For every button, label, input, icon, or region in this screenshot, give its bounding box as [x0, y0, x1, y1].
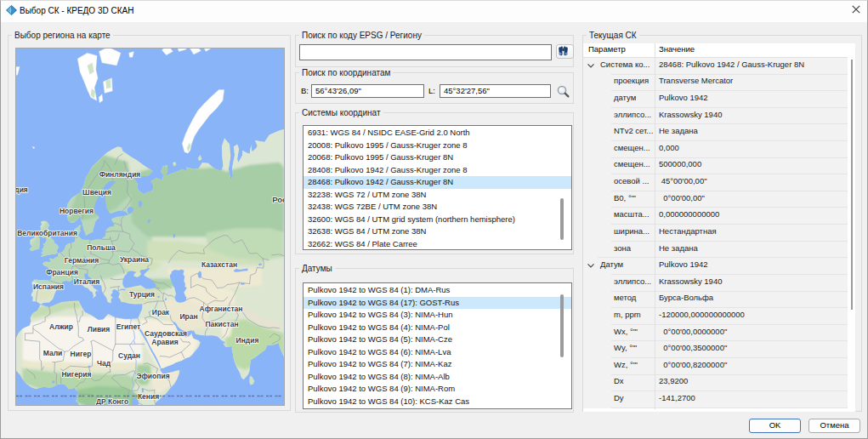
param-column-header[interactable]: Параметр: [588, 44, 626, 54]
table-row[interactable]: m, ppm-120000,000000000000: [583, 308, 855, 325]
map-country-label: Нигер: [71, 350, 92, 358]
table-row[interactable]: эллипсо...Krassowsky 1940: [583, 108, 855, 125]
table-row[interactable]: эллипсо...Krassowsky 1940: [583, 275, 855, 292]
map-country-label: Саудовская: [145, 329, 187, 338]
value-cell: Krassowsky 1940: [659, 277, 722, 286]
list-item[interactable]: Pulkovo 1942 to WGS 84 (10): KCS-Kaz Cas: [304, 396, 571, 408]
magnifier-icon[interactable]: [556, 84, 571, 100]
cancel-button[interactable]: Отмена: [808, 419, 860, 433]
list-item[interactable]: Pulkovo 1942 to WGS 84 (6): NIMA-Lva: [304, 346, 571, 359]
map-country-label: Египет: [116, 322, 140, 331]
map-country-label: Финляндия: [99, 170, 141, 179]
b-coordinate-input[interactable]: [311, 84, 424, 98]
ok-button[interactable]: OK: [749, 419, 801, 433]
table-row[interactable]: ширина...Нестандартная: [583, 225, 855, 242]
table-row[interactable]: проекцияTransverse Mercator: [583, 75, 855, 92]
list-item[interactable]: 6931: WGS 84 / NSIDC EASE-Grid 2.0 North: [304, 127, 571, 140]
table-row[interactable]: Dx23,9200: [583, 375, 855, 392]
param-cell: m, ppm: [614, 310, 641, 319]
list-item[interactable]: 32438: WGS 72BE / UTM zone 38N: [304, 201, 571, 214]
list-item[interactable]: 28408: Pulkovo 1942 / Gauss-Kruger zone …: [304, 164, 571, 177]
param-cell: Dx: [614, 376, 624, 385]
list-item[interactable]: 32238: WGS 72 / UTM zone 38N: [304, 189, 571, 202]
table-row[interactable]: смещен...0,000: [583, 141, 855, 158]
list-item[interactable]: 20068: Pulkovo 1995 / Gauss-Kruger 8N: [304, 151, 571, 164]
param-cell: ширина...: [614, 226, 650, 236]
param-cell: эллипсо...: [614, 277, 651, 286]
value-cell: 0°00'00,00": [659, 193, 705, 202]
map-country-label: Франция: [46, 268, 78, 277]
parameters-table: Параметр Значение Система ко...28468: Pu…: [583, 43, 855, 412]
table-row[interactable]: B0, °'" 0°00'00,00": [583, 191, 855, 208]
table-rows: Система ко...28468: Pulkovo 1942 / Gauss…: [583, 58, 855, 408]
map-country-label: Чад: [97, 359, 111, 368]
param-cell: Wz, °'": [614, 360, 638, 369]
map-country-label: Россия: [272, 195, 284, 204]
epsg-search-input[interactable]: [299, 44, 552, 60]
epsg-search-button[interactable]: [556, 44, 574, 59]
param-cell: NTv2 сет...: [614, 126, 653, 135]
value-cell: Не задана: [659, 126, 698, 135]
close-button[interactable]: [851, 1, 868, 22]
cs-list-scrollbar[interactable]: [560, 198, 564, 240]
value-cell: 0°00'00,3500000": [659, 343, 727, 352]
coord-group-label: Поиск по координатам: [299, 68, 393, 77]
param-cell: проекция: [614, 76, 649, 85]
table-row[interactable]: Система ко...28468: Pulkovo 1942 / Gauss…: [583, 58, 855, 75]
value-column-header[interactable]: Значение: [659, 44, 695, 54]
table-header[interactable]: Параметр Значение: [583, 43, 855, 58]
datums-list-scrollbar[interactable]: [560, 294, 564, 357]
param-cell: метод: [614, 293, 636, 302]
value-cell: Krassowsky 1940: [659, 110, 722, 119]
table-row[interactable]: методБурса-Вольфа: [583, 292, 855, 309]
table-row[interactable]: ДатумPulkovo 1942: [583, 258, 855, 275]
map-frame[interactable]: ФинляндияШвецияНорвегияИсландияРоссияВел…: [15, 48, 285, 406]
list-item[interactable]: 32638: WGS 84 / UTM zone 38N: [304, 225, 571, 238]
table-row[interactable]: Dy-141,2700: [583, 391, 855, 408]
value-cell: 45°00'00,00": [659, 176, 707, 185]
chevron-down-icon[interactable]: [587, 263, 595, 269]
map-region-group: Выбор региона на карте ФинляндияШвецияНо…: [8, 35, 291, 411]
map-country-label: Афганистан: [200, 305, 243, 313]
list-item[interactable]: 32600: WGS 84 / UTM grid system (norther…: [304, 214, 571, 226]
map-country-label: Ливия: [88, 325, 111, 334]
value-cell: Pulkovo 1942: [659, 259, 708, 269]
column-separator: [655, 43, 655, 409]
table-row[interactable]: зонаНе задана: [583, 242, 855, 259]
value-cell: 28468: Pulkovo 1942 / Gauss-Kruger 8N: [659, 60, 804, 69]
table-row[interactable]: датумPulkovo 1942: [583, 91, 855, 108]
table-row[interactable]: смещен...500000,000: [583, 158, 855, 175]
table-scrollbar[interactable]: [851, 60, 853, 310]
value-cell: Бурса-Вольфа: [659, 293, 713, 302]
list-item[interactable]: Pulkovo 1942 to WGS 84 (4): NIMA-Pol: [304, 322, 571, 334]
list-item[interactable]: Pulkovo 1942 to WGS 84 (9): NIMA-Rom: [304, 383, 571, 396]
list-item[interactable]: Pulkovo 1942 to WGS 84 (17): GOST-Rus: [304, 297, 571, 310]
table-row[interactable]: осевой ... 45°00'00,00": [583, 174, 855, 191]
datums-list[interactable]: Pulkovo 1942 to WGS 84 (1): DMA-RusPulko…: [303, 282, 572, 409]
l-label: L:: [428, 86, 435, 95]
current-cs-group-label: Текущая СК: [587, 31, 639, 40]
list-item[interactable]: Pulkovo 1942 to WGS 84 (8): NIMA-Alb: [304, 371, 571, 384]
datums-group-label: Датумы: [299, 264, 335, 273]
chevron-down-icon[interactable]: [587, 63, 595, 69]
table-row[interactable]: Wx, °'" 0°00'00,0000000": [583, 325, 855, 342]
map-country-label: Испания: [33, 282, 64, 291]
list-item[interactable]: Pulkovo 1942 to WGS 84 (5): NIMA-Cze: [304, 334, 571, 346]
coordinate-systems-list[interactable]: 6931: WGS 84 / NSIDC EASE-Grid 2.0 North…: [303, 125, 572, 250]
list-item[interactable]: 28468: Pulkovo 1942 / Gauss-Kruger 8N: [304, 176, 571, 189]
list-item[interactable]: 32662: WGS 84 / Plate Carree: [304, 238, 571, 251]
table-row[interactable]: Wz, °'" 0°00'00,8200000": [583, 358, 855, 375]
table-row[interactable]: Wy, °'" 0°00'00,3500000": [583, 341, 855, 358]
l-coordinate-input[interactable]: [440, 84, 551, 98]
coord-search-button[interactable]: [556, 84, 571, 100]
table-row[interactable]: NTv2 сет...Не задана: [583, 124, 855, 141]
list-item[interactable]: Pulkovo 1942 to WGS 84 (7): NIMA-Kaz: [304, 358, 571, 371]
table-row[interactable]: масшта...0,000000000000: [583, 208, 855, 225]
title-bar[interactable]: Выбор СК - КРЕДО 3D СКАН: [1, 1, 867, 22]
list-item[interactable]: 20008: Pulkovo 1995 / Gauss-Kruger zone …: [304, 140, 571, 152]
map-canvas[interactable]: ФинляндияШвецияНорвегияИсландияРоссияВел…: [16, 48, 284, 405]
list-item[interactable]: Pulkovo 1942 to WGS 84 (3): NIMA-Hun: [304, 309, 571, 322]
map-country-label: Швеция: [82, 188, 111, 197]
map-country-label: Судан: [118, 351, 140, 360]
list-item[interactable]: Pulkovo 1942 to WGS 84 (1): DMA-Rus: [304, 284, 571, 297]
